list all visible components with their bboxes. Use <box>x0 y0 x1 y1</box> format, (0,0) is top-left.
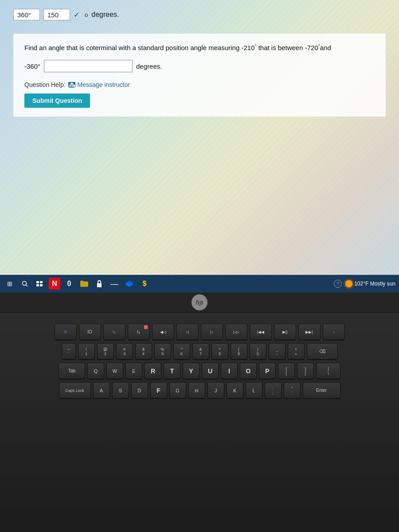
key-capslock[interactable]: Caps Lock <box>59 382 91 399</box>
key-f10[interactable]: ▶|| <box>274 324 296 340</box>
fn-key-row: ⊡ IO f₃ f₄ ◀◁ ◁ ▷ ▷▷ |◀◀ ▶|| ▶▶| → <box>13 324 386 340</box>
key-f4[interactable]: f₄ <box>128 324 150 340</box>
key-k[interactable]: K <box>227 382 243 399</box>
taskbar-search-icon[interactable] <box>19 278 31 290</box>
key-y[interactable]: Y <box>183 363 200 379</box>
key-f[interactable]: F <box>150 382 167 399</box>
key-o[interactable]: O <box>240 363 257 379</box>
hp-logo: hp <box>192 294 207 310</box>
key-p[interactable]: P <box>259 363 276 379</box>
key-f3[interactable]: f₃ <box>103 324 125 340</box>
key-a[interactable]: A <box>93 382 110 399</box>
key-f5[interactable]: ◀◁ <box>152 324 174 340</box>
key-f9[interactable]: |◀◀ <box>250 324 272 340</box>
taskbar-netflix-icon[interactable]: N <box>49 278 60 289</box>
key-semicolon[interactable]: :; <box>265 382 282 399</box>
key-8[interactable]: *8 <box>211 343 228 360</box>
degrees-label-2: degrees. <box>136 63 162 70</box>
key-enter[interactable]: Enter <box>303 382 340 399</box>
first-answer-row: 360° 150 ✓ o degrees. <box>13 9 386 20</box>
key-quote[interactable]: "' <box>284 382 301 399</box>
superscript-o: o <box>85 12 88 18</box>
taskbar-zero-icon[interactable]: 0 <box>63 278 75 290</box>
asdf-row: Caps Lock A S D F G H J K L :; "' Enter <box>13 382 386 399</box>
checkmark-icon: ✓ <box>74 11 79 19</box>
key-f11[interactable]: ▶▶| <box>298 324 321 340</box>
svg-rect-4 <box>36 284 39 286</box>
message-instructor-link[interactable]: ✉ Message instructor <box>68 81 130 88</box>
key-9[interactable]: (9 <box>231 343 247 360</box>
key-t[interactable]: T <box>164 363 180 379</box>
taskbar-dollar-icon[interactable]: $ <box>138 278 151 290</box>
degree-value-1: 360° <box>13 9 40 20</box>
key-bracket-close[interactable]: }] <box>297 363 314 379</box>
key-w[interactable]: W <box>106 363 123 379</box>
svg-rect-2 <box>36 281 39 283</box>
taskbar-right-area: ? 102°F Mostly sun <box>334 280 395 288</box>
taskbar-dash-icon[interactable]: — <box>108 278 121 290</box>
key-minus[interactable]: _- <box>269 343 286 360</box>
qwerty-row: Tab Q W E R T Y U I O P {[ }] |\ <box>13 363 386 379</box>
message-icon: ✉ <box>68 82 75 87</box>
key-i[interactable]: I <box>221 363 238 379</box>
number-row: ~` !1 @2 #3 $4 %5 ^6 &7 <box>13 343 386 360</box>
key-bracket-open[interactable]: {[ <box>278 363 295 379</box>
question-block: Find an angle that is coterminal with a … <box>13 34 386 117</box>
weather-badge: 102°F Mostly sun <box>345 280 395 287</box>
svg-rect-5 <box>40 284 43 286</box>
key-7[interactable]: &7 <box>192 343 209 360</box>
key-d[interactable]: D <box>131 382 148 399</box>
key-f2[interactable]: IO <box>79 324 101 340</box>
key-h[interactable]: H <box>188 382 205 399</box>
key-f12[interactable]: → <box>323 324 345 340</box>
key-s[interactable]: S <box>112 382 129 399</box>
key-backspace[interactable]: ⌫ <box>307 343 338 360</box>
question-help-section: Question Help: ✉ Message instructor <box>24 81 375 88</box>
submit-question-button[interactable]: Submit Question <box>24 94 90 108</box>
degree-value-2: 150 <box>43 9 70 20</box>
key-2[interactable]: @2 <box>97 343 114 360</box>
key-1[interactable]: !1 <box>78 343 95 360</box>
message-instructor-text: Message instructor <box>78 81 130 88</box>
key-4[interactable]: $4 <box>135 343 152 360</box>
taskbar-lock-icon[interactable] <box>93 278 106 290</box>
svg-rect-6 <box>97 283 102 287</box>
key-e[interactable]: E <box>125 363 142 379</box>
svg-line-1 <box>26 285 28 287</box>
taskbar-task-view-icon[interactable] <box>34 278 46 290</box>
svg-point-0 <box>23 282 27 286</box>
svg-rect-3 <box>40 281 43 283</box>
taskbar-dropbox-icon[interactable] <box>123 278 136 290</box>
taskbar-question-icon[interactable]: ? <box>334 280 342 288</box>
key-f8[interactable]: ▷▷ <box>225 324 247 340</box>
key-3[interactable]: #3 <box>116 343 133 360</box>
key-g[interactable]: G <box>169 382 186 399</box>
degrees-label-1: degrees. <box>91 11 119 19</box>
key-f1[interactable]: ⊡ <box>55 324 77 340</box>
taskbar: ⊞ N 0 — $ ? <box>0 275 399 293</box>
key-6[interactable]: ^6 <box>173 343 190 360</box>
keyboard: ⊡ IO f₃ f₄ ◀◁ ◁ ▷ ▷▷ |◀◀ ▶|| ▶▶| → ~` !1 <box>9 319 390 406</box>
key-f7[interactable]: ▷ <box>201 324 223 340</box>
key-5[interactable]: %5 <box>154 343 171 360</box>
key-backslash[interactable]: |\ <box>316 363 340 379</box>
key-f6[interactable]: ◁ <box>176 324 199 340</box>
key-j[interactable]: J <box>207 382 224 399</box>
key-r[interactable]: R <box>145 363 161 379</box>
question-text: Find an angle that is coterminal with a … <box>24 43 375 53</box>
answer-input[interactable] <box>44 60 133 72</box>
keyboard-area: ⊡ IO f₃ f₄ ◀◁ ◁ ▷ ▷▷ |◀◀ ▶|| ▶▶| → ~` !1 <box>0 313 399 532</box>
key-l[interactable]: L <box>246 382 262 399</box>
key-equal[interactable]: += <box>288 343 305 360</box>
key-q[interactable]: Q <box>87 363 104 379</box>
key-0[interactable]: )0 <box>250 343 266 360</box>
taskbar-folder-icon[interactable] <box>78 278 90 290</box>
range-label: -360° <box>24 63 40 70</box>
taskbar-windows-icon[interactable]: ⊞ <box>4 278 16 290</box>
key-tilde[interactable]: ~` <box>62 343 76 360</box>
sun-icon <box>345 280 352 287</box>
key-tab[interactable]: Tab <box>59 363 85 379</box>
screen: 360° 150 ✓ o degrees. Find an angle that… <box>0 0 399 275</box>
question-input-row: -360° degrees. <box>24 60 375 72</box>
key-u[interactable]: U <box>202 363 219 379</box>
